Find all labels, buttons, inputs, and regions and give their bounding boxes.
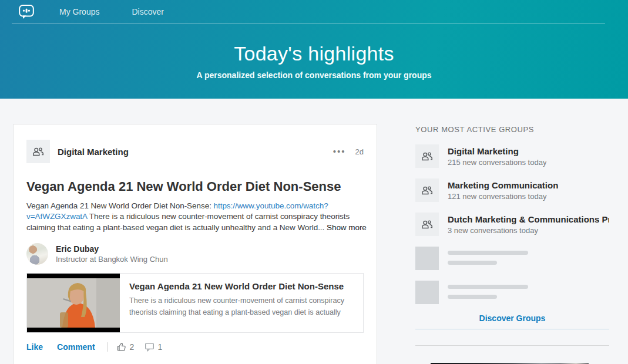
highlight-post-card: Digital Marketing ••• 2d Vegan Agenda 21… — [13, 124, 377, 364]
show-more-button[interactable]: Show more — [327, 223, 367, 232]
skeleton-group-row — [415, 247, 609, 270]
comment-button[interactable]: Comment — [57, 342, 95, 352]
group-activity: 215 new conversations today — [448, 158, 546, 167]
like-count[interactable]: 2 — [117, 342, 135, 352]
sidebar-divider — [415, 345, 609, 346]
sidebar: YOUR MOST ACTIVE GROUPS Digital Marketin… — [415, 125, 609, 364]
comment-count[interactable]: 1 — [145, 342, 162, 352]
sidebar-group-digital-marketing[interactable]: Digital Marketing 215 new conversations … — [415, 144, 609, 168]
group-activity: 121 new conversations today — [448, 192, 558, 201]
post-author: Eric Dubay Instructor at Bangkok Wing Ch… — [26, 243, 364, 265]
group-name: Marketing Communication — [448, 180, 558, 190]
post-header: Digital Marketing ••• 2d — [26, 140, 364, 163]
people-group-icon — [32, 145, 45, 158]
people-group-icon — [421, 184, 434, 197]
nav-divider — [12, 23, 605, 23]
post-title[interactable]: Vegan Agenda 21 New World Order Diet Non… — [26, 179, 364, 194]
skeleton-line — [448, 285, 528, 289]
top-nav: My Groups Discover — [0, 0, 628, 23]
sidebar-heading: YOUR MOST ACTIVE GROUPS — [415, 125, 609, 134]
skeleton-group-row — [415, 281, 609, 304]
groups-logo-icon[interactable] — [18, 4, 35, 20]
thumbs-up-icon — [117, 342, 127, 352]
skeleton-avatar — [415, 281, 439, 304]
post-overflow-menu-icon[interactable]: ••• — [332, 146, 347, 157]
attachment-title: Vegan Agenda 21 New World Order Diet Non… — [129, 281, 354, 291]
post-actions: Like Comment 2 1 — [26, 342, 364, 352]
comment-count-value: 1 — [157, 342, 162, 352]
group-avatar[interactable] — [26, 140, 50, 163]
post-body-prefix: Vegan Agenda 21 New World Order Diet Non… — [26, 201, 214, 210]
discover-groups-link[interactable]: Discover Groups — [415, 314, 609, 329]
group-name: Dutch Marketing & Communications Profe — [448, 214, 609, 224]
like-button[interactable]: Like — [26, 342, 43, 352]
post-group-name[interactable]: Digital Marketing — [58, 147, 129, 157]
group-icon — [415, 213, 439, 236]
post-body: Vegan Agenda 21 New World Order Diet Non… — [26, 201, 367, 233]
actions-divider — [107, 342, 108, 352]
sidebar-group-marketing-communication[interactable]: Marketing Communication 121 new conversa… — [415, 178, 609, 202]
group-icon — [415, 178, 439, 202]
like-count-value: 2 — [130, 342, 135, 352]
nav-item-discover[interactable]: Discover — [132, 7, 163, 16]
author-name[interactable]: Eric Dubay — [56, 244, 168, 254]
page-header: My Groups Discover Today's highlights A … — [0, 0, 628, 99]
skeleton-avatar — [415, 247, 439, 270]
attachment-description: There is a ridiculous new counter-moveme… — [129, 295, 354, 318]
author-avatar[interactable] — [26, 243, 48, 265]
group-activity: 3 new conversations today — [448, 226, 609, 235]
people-group-icon — [421, 150, 434, 163]
author-headline: Instructor at Bangkok Wing Chun — [56, 255, 168, 264]
group-icon — [415, 144, 439, 168]
group-name: Digital Marketing — [448, 146, 546, 156]
people-group-icon — [421, 218, 434, 231]
skeleton-line — [448, 295, 497, 299]
video-attachment-card[interactable]: Vegan Agenda 21 New World Order Diet Non… — [26, 273, 364, 333]
skeleton-line — [448, 251, 528, 255]
video-thumbnail[interactable] — [27, 274, 120, 332]
hero-subtitle: A personalized selection of conversation… — [0, 70, 628, 80]
skeleton-line — [448, 261, 497, 265]
sidebar-group-dutch-marketing[interactable]: Dutch Marketing & Communications Profe 3… — [415, 213, 609, 236]
nav-item-my-groups[interactable]: My Groups — [59, 7, 99, 16]
post-age: 2d — [355, 147, 364, 156]
comment-icon — [145, 342, 155, 352]
hero-title: Today's highlights — [0, 42, 628, 65]
